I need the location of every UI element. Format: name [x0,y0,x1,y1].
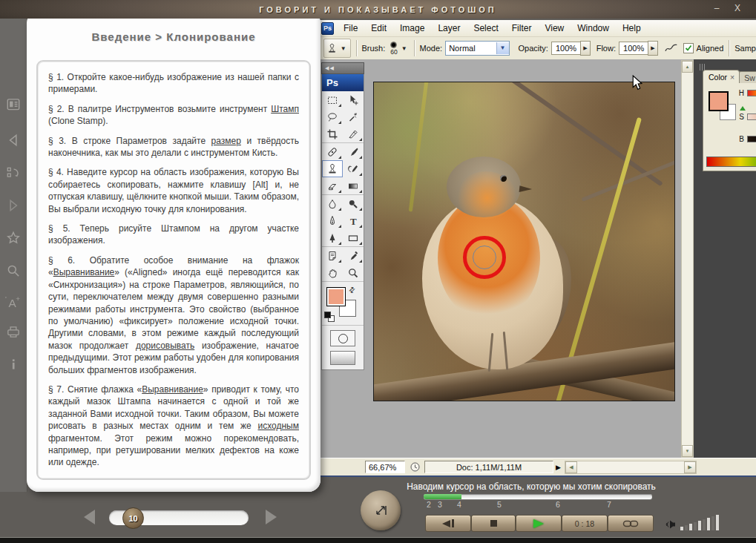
loop-button[interactable] [608,515,654,532]
swap-colors-icon[interactable]: ⇄ [346,285,357,295]
opacity-field[interactable]: 100% [551,42,580,55]
flow-field[interactable]: 100% [619,42,648,55]
info-icon[interactable] [5,356,22,372]
vertical-scrollbar[interactable]: ▲ ▼ [681,60,694,458]
brush-preset-picker[interactable]: 60 [390,42,397,55]
tool-healing-brush[interactable] [322,142,343,160]
volume-bar[interactable] [680,527,683,530]
tab-color[interactable]: Color × [703,70,740,83]
progress-bar[interactable] [424,494,652,499]
saturation-slider[interactable] [747,113,756,120]
tool-dodge[interactable] [343,194,364,212]
term-link[interactable]: Штамп [271,104,299,114]
contents-icon[interactable] [5,96,22,113]
chapter-marker-5[interactable]: 5 [497,500,502,509]
volume-bar[interactable] [689,524,692,530]
tool-blur[interactable] [322,194,343,212]
toolbox-collapse-bar[interactable]: ◀◀ [321,62,364,74]
menu-view[interactable]: View [538,21,571,36]
tool-shape[interactable] [343,229,364,246]
volume-bar[interactable] [703,519,706,530]
tab-swatches[interactable]: Sw [738,71,756,83]
tool-type[interactable]: T [343,212,364,229]
favorites-icon[interactable] [5,230,22,246]
chevron-down-icon[interactable]: ▼ [496,42,509,54]
term-link[interactable]: Выравнивание [142,384,203,395]
menu-file[interactable]: File [337,21,364,36]
opacity-slider-button[interactable]: ▶ [580,41,591,56]
document-canvas[interactable] [373,82,675,401]
stop-button[interactable] [471,515,516,532]
tool-preset-button[interactable]: ▼ [323,39,351,58]
close-icon[interactable]: × [730,73,734,82]
hue-slider[interactable] [747,90,756,96]
play-button[interactable] [516,515,562,532]
hue-slider-marker[interactable] [740,106,746,111]
default-colors-icon[interactable] [324,312,333,320]
term-link[interactable]: исходным [258,421,299,431]
tool-gradient[interactable] [343,177,364,194]
volume-bar[interactable] [698,521,701,530]
aligned-checkbox[interactable] [683,43,694,53]
step-back-button[interactable] [425,515,471,532]
menu-image[interactable]: Image [393,21,431,36]
tool-clone-stamp[interactable] [322,160,343,177]
tool-zoom[interactable] [343,264,364,281]
next-page-button[interactable] [266,510,277,524]
color-ramp[interactable] [706,157,756,167]
scroll-left-icon[interactable]: ◀ [565,461,577,473]
term-link[interactable]: размер [211,136,241,146]
prev-page-button[interactable] [84,510,95,524]
tool-move[interactable] [343,91,364,108]
font-size-icon[interactable]: A+' [5,294,22,310]
volume-bar[interactable] [694,522,697,530]
volume-control[interactable] [665,515,719,530]
chapter-marker-3[interactable]: 3 [438,500,442,509]
chevron-down-icon[interactable]: ▼ [401,45,407,52]
tool-pen[interactable] [322,212,343,229]
chapter-marker-4[interactable]: 4 [457,500,461,509]
tool-lasso[interactable] [322,108,343,125]
chapter-marker-7[interactable]: 7 [607,500,611,509]
tool-eraser[interactable] [322,177,343,194]
menu-layer[interactable]: Layer [431,21,467,36]
zoom-level-field[interactable]: 66,67% [365,461,405,473]
screen-mode-button[interactable] [330,351,355,365]
history-icon[interactable] [5,165,22,181]
tool-path-selection[interactable] [322,229,343,246]
tool-eyedropper[interactable] [343,246,364,264]
forward-icon[interactable] [5,197,22,214]
fullscreen-button[interactable] [361,490,401,530]
tool-rectangular-marquee[interactable] [322,91,343,108]
horizontal-scrollbar[interactable]: ◀ ▶ [565,461,697,474]
quick-mask-button[interactable] [330,330,355,346]
tool-history-brush[interactable] [343,160,364,177]
foreground-color-swatch[interactable] [326,287,346,306]
term-link[interactable]: Выравнивание [53,267,115,277]
status-menu-arrow-icon[interactable]: ▶ [556,464,561,471]
print-icon[interactable] [5,323,22,340]
tool-brush[interactable] [343,142,364,160]
menu-help[interactable]: Help [616,21,648,36]
tool-notes[interactable] [322,246,343,264]
back-icon[interactable] [5,132,22,148]
palette-foreground-swatch[interactable] [709,91,729,111]
volume-bar[interactable] [716,515,719,530]
scroll-right-icon[interactable]: ▶ [684,461,696,473]
scroll-up-icon[interactable]: ▲ [682,61,693,73]
volume-bar[interactable] [685,525,688,530]
minimize-button[interactable]: – [710,2,723,15]
volume-bar[interactable] [707,518,710,530]
mode-select[interactable]: Normal ▼ [445,41,509,56]
chapter-marker-6[interactable]: 6 [556,500,560,509]
brightness-slider[interactable] [747,136,756,142]
menu-window[interactable]: Window [571,21,616,36]
chapter-marker-2[interactable]: 2 [427,500,431,509]
search-icon[interactable] [5,263,22,279]
tool-hand[interactable] [322,264,343,281]
page-slider-knob[interactable]: 10 [122,507,144,529]
tool-magic-wand[interactable] [343,108,364,125]
menu-select[interactable]: Select [467,21,504,36]
airbrush-icon[interactable] [665,43,677,53]
scroll-down-icon[interactable]: ▼ [682,445,693,457]
